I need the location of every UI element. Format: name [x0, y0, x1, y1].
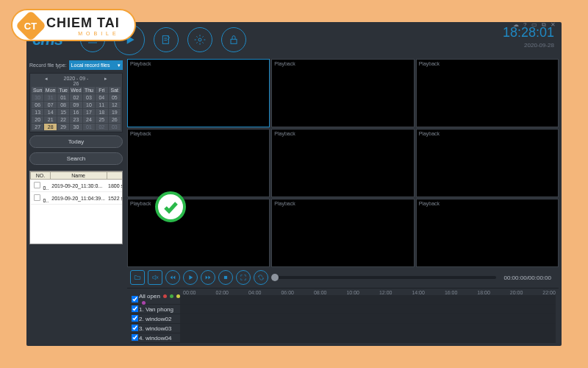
row-checkbox[interactable] — [132, 314, 138, 321]
cal-day[interactable]: 18 — [96, 109, 107, 116]
cal-prev-icon[interactable]: ◂ — [32, 76, 61, 86]
cal-day[interactable]: 09 — [70, 102, 82, 108]
timeline-track[interactable] — [180, 305, 556, 314]
cal-day[interactable]: 10 — [83, 102, 95, 108]
calendar[interactable]: ◂2020 - 09 - 26▸ SunMonTueWedThuFriSat30… — [29, 73, 123, 132]
cal-day[interactable]: 19 — [109, 109, 121, 116]
cal-day[interactable]: 02 — [70, 94, 82, 101]
timeline-mark: 14:00 — [412, 290, 425, 295]
slider-thumb[interactable] — [271, 274, 279, 281]
row-checkbox[interactable] — [132, 305, 138, 311]
clock: 18:28:01 2020-09-28 — [503, 25, 554, 49]
timeline-mark: 04:00 — [248, 290, 262, 295]
tile-label: Playback — [419, 201, 440, 206]
row-checkbox[interactable] — [132, 295, 138, 302]
timeline-row[interactable]: All open — [130, 295, 556, 305]
tile-label: Playback — [419, 131, 440, 136]
video-tile[interactable]: Playback — [416, 129, 559, 197]
cal-day[interactable]: 22 — [57, 116, 69, 123]
timeline-row-label: All open — [139, 293, 180, 306]
cal-day[interactable]: 02 — [96, 124, 107, 130]
cal-day[interactable]: 25 — [96, 116, 107, 123]
video-tile[interactable]: Playback — [416, 199, 559, 267]
timeline-row-label: 4. window04 — [139, 335, 180, 342]
row-checkbox[interactable] — [33, 194, 40, 201]
play-icon[interactable] — [183, 270, 198, 285]
video-tile[interactable]: Playback — [271, 199, 414, 267]
cal-day[interactable]: 27 — [32, 124, 43, 130]
video-tile[interactable]: Playback — [127, 199, 270, 267]
cal-day[interactable]: 04 — [96, 94, 107, 101]
cal-day[interactable]: 17 — [83, 109, 95, 116]
loop-icon[interactable] — [254, 270, 268, 285]
cal-next-icon[interactable]: ▸ — [91, 76, 121, 86]
cal-day[interactable]: 03 — [109, 124, 121, 130]
cal-day[interactable]: 06 — [32, 102, 43, 108]
playback-bar: 00:00:00/00:00:00 — [127, 267, 559, 288]
timeline-row[interactable]: 2. window02 — [130, 314, 556, 324]
timeline-row[interactable]: 1. Van phong — [130, 305, 556, 314]
cal-day[interactable]: 01 — [57, 94, 69, 101]
video-tile[interactable]: Playback — [416, 59, 559, 127]
cal-day[interactable]: 30 — [32, 94, 43, 101]
row-checkbox[interactable] — [33, 182, 40, 188]
cal-day[interactable]: 05 — [109, 94, 121, 101]
cal-day[interactable]: 01 — [83, 124, 95, 130]
notes-icon[interactable] — [154, 27, 179, 52]
cal-day[interactable]: 23 — [70, 116, 82, 123]
stop-icon[interactable] — [218, 270, 233, 285]
table-row[interactable]: 0..2019-09-20_11:30:0...1800 sec — [31, 180, 123, 192]
video-tile[interactable]: Playback — [127, 59, 270, 127]
open-folder-icon[interactable] — [130, 270, 145, 285]
cal-day[interactable]: 11 — [96, 102, 107, 108]
svg-rect-5 — [224, 276, 227, 279]
cal-day[interactable]: 20 — [32, 116, 43, 123]
mute-icon[interactable] — [148, 270, 162, 285]
timeline-row[interactable]: 4. window04 — [130, 333, 556, 343]
timeline-mark: 06:00 — [281, 290, 294, 295]
cal-dow: Sat — [109, 87, 121, 93]
watermark: CT CHIEM TAI MOBILE — [11, 9, 136, 41]
cal-day[interactable]: 24 — [83, 116, 95, 123]
rewind-icon[interactable] — [165, 270, 180, 285]
video-tile[interactable]: Playback — [127, 129, 270, 197]
cal-day[interactable]: 16 — [70, 109, 82, 116]
cal-day[interactable]: 26 — [109, 116, 121, 123]
table-row[interactable]: 0..2019-09-20_11:04:39...1522 sec — [31, 192, 123, 205]
fullscreen-icon[interactable] — [236, 270, 251, 285]
timeline-row[interactable]: 3. window03 — [130, 324, 556, 333]
cal-day[interactable]: 31 — [44, 94, 56, 101]
cal-day[interactable]: 07 — [44, 102, 56, 108]
cal-day[interactable]: 03 — [83, 94, 95, 101]
progress-slider[interactable] — [271, 276, 496, 279]
video-tile[interactable]: Playback — [271, 59, 414, 127]
file-list[interactable]: NO. Name 0..2019-09-20_11:30:0...1800 se… — [29, 171, 123, 244]
cal-dow: Wed — [70, 87, 82, 93]
row-checkbox[interactable] — [132, 324, 138, 330]
timeline-mark: 16:00 — [445, 290, 458, 295]
cal-day[interactable]: 12 — [109, 102, 121, 108]
cal-day[interactable]: 08 — [57, 102, 69, 108]
forward-icon[interactable] — [201, 270, 215, 285]
lock-icon[interactable] — [221, 27, 246, 52]
gear-icon[interactable] — [187, 27, 212, 52]
today-button[interactable]: Today — [29, 135, 123, 148]
file-type-select[interactable]: Local record files▾ — [69, 60, 123, 70]
timeline-mark: 12:00 — [379, 290, 392, 295]
cal-day[interactable]: 21 — [44, 116, 56, 123]
search-button[interactable]: Search — [29, 152, 123, 165]
cal-day[interactable]: 15 — [57, 109, 69, 116]
cal-day[interactable]: 14 — [44, 109, 56, 116]
cal-day[interactable]: 28 — [44, 124, 56, 130]
video-tile[interactable]: Playback — [271, 129, 414, 197]
cal-day[interactable]: 29 — [57, 124, 69, 130]
timeline-track[interactable] — [180, 324, 556, 333]
cal-day[interactable]: 30 — [70, 124, 82, 130]
timeline-mark: 20:00 — [510, 290, 523, 295]
timeline-track[interactable] — [180, 333, 556, 342]
row-checkbox[interactable] — [132, 333, 138, 340]
cal-day[interactable]: 13 — [32, 109, 43, 116]
timeline-track[interactable] — [180, 295, 556, 304]
timeline-track[interactable] — [180, 314, 556, 323]
timecode: 00:00:00/00:00:00 — [503, 275, 551, 281]
